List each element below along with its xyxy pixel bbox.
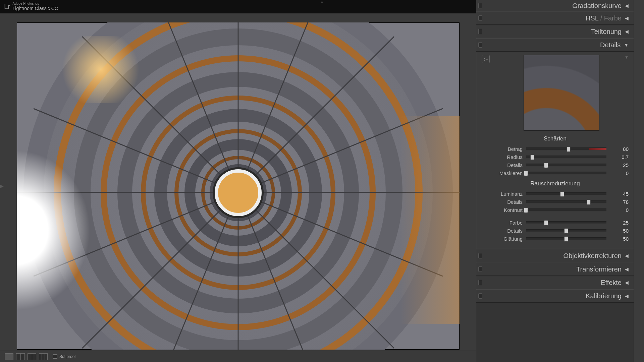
panel-header-tonecurve[interactable]: Gradationskurve ◀ bbox=[476, 0, 634, 11]
slider-label: Maskieren bbox=[482, 170, 526, 176]
detail-target-picker-icon[interactable]: ◎ bbox=[482, 55, 490, 63]
slider-noise-lum-contrast[interactable]: Kontrast 0 bbox=[482, 206, 629, 214]
view-compare-button[interactable] bbox=[16, 353, 25, 360]
slider-value[interactable]: 0 bbox=[606, 207, 629, 213]
softproof-toggle[interactable]: Softproof bbox=[53, 354, 76, 359]
panel-header-lenscorr[interactable]: Objektivkorrekturen ◀ bbox=[476, 249, 634, 262]
panel-switch-icon[interactable] bbox=[478, 15, 482, 21]
slider-track[interactable] bbox=[526, 164, 606, 166]
slider-track[interactable] bbox=[526, 208, 606, 211]
slider-sharpen-detail[interactable]: Details 25 bbox=[482, 161, 629, 169]
panel-switch-icon[interactable] bbox=[478, 3, 482, 8]
develop-sidepanel: Gradationskurve ◀ HSL / Farbe ◀ Teiltonu… bbox=[476, 0, 644, 362]
slider-track[interactable] bbox=[526, 156, 606, 158]
slider-track[interactable] bbox=[526, 172, 606, 174]
app-brand: Lightroom Classic CC bbox=[13, 6, 58, 11]
slider-track[interactable] bbox=[526, 147, 606, 150]
panel-header-calibration[interactable]: Kalibrierung ◀ bbox=[476, 289, 634, 303]
slider-noise-color-detail[interactable]: Details 50 bbox=[482, 227, 629, 235]
panel-switch-icon[interactable] bbox=[478, 266, 482, 272]
disclosure-left-icon[interactable]: ◀ bbox=[625, 293, 629, 299]
slider-noise-luminance[interactable]: Luminanz 45 bbox=[482, 190, 629, 198]
slider-label: Details bbox=[482, 162, 526, 168]
panel-header-details[interactable]: Details ▼ bbox=[476, 38, 634, 52]
slider-label: Kontrast bbox=[482, 207, 526, 213]
hsl-title-post: Farbe bbox=[604, 14, 622, 22]
expand-left-panel-icon[interactable]: ▶ bbox=[0, 181, 3, 191]
view-reference-button[interactable] bbox=[39, 353, 48, 360]
disclosure-left-icon[interactable]: ◀ bbox=[625, 15, 629, 21]
hsl-title-pre: HSL bbox=[586, 14, 598, 22]
panel-header-effects[interactable]: Effekte ◀ bbox=[476, 276, 634, 289]
panel-title: Details bbox=[600, 41, 621, 49]
panel-switch-icon[interactable] bbox=[478, 29, 482, 34]
preview-image[interactable] bbox=[17, 22, 460, 350]
softproof-label: Softproof bbox=[59, 354, 76, 359]
slider-label: Farbe bbox=[482, 220, 526, 226]
slider-value[interactable]: 25 bbox=[606, 162, 629, 168]
slider-value[interactable]: 25 bbox=[606, 220, 629, 226]
disclosure-left-icon[interactable]: ◀ bbox=[625, 253, 629, 258]
panel-switch-icon[interactable] bbox=[478, 280, 482, 285]
view-loupe-button[interactable] bbox=[5, 353, 13, 360]
slider-label: Luminanz bbox=[482, 191, 526, 197]
slider-noise-color[interactable]: Farbe 25 bbox=[482, 219, 629, 227]
panel-header-splittoning[interactable]: Teiltonung ◀ bbox=[476, 25, 634, 38]
slider-value[interactable]: 0,7 bbox=[606, 154, 629, 160]
disclosure-left-icon[interactable]: ◀ bbox=[625, 29, 629, 34]
panel-header-transform[interactable]: Transformieren ◀ bbox=[476, 262, 634, 276]
panel-title: Gradationskurve bbox=[572, 2, 622, 10]
detail-preview-thumb[interactable] bbox=[524, 55, 599, 131]
detail-preview-disclosure-icon[interactable]: ▼ bbox=[625, 55, 629, 60]
panel-switch-icon[interactable] bbox=[478, 293, 482, 299]
disclosure-left-icon[interactable]: ◀ bbox=[625, 266, 629, 272]
app-brand-block: Adobe Photoshop Lightroom Classic CC bbox=[13, 2, 58, 11]
softproof-checkbox-icon[interactable] bbox=[53, 354, 57, 359]
app-brand-small: Adobe Photoshop bbox=[13, 2, 58, 5]
slider-sharpen-mask[interactable]: Maskieren 0 bbox=[482, 169, 629, 177]
slider-value[interactable]: 0 bbox=[606, 170, 629, 176]
slider-track[interactable] bbox=[526, 221, 606, 224]
slider-sharpen-amount[interactable]: Betrag 80 bbox=[482, 145, 629, 153]
panel-title: Effekte bbox=[601, 279, 622, 287]
hsl-title-sep: / bbox=[598, 14, 604, 22]
slider-track[interactable] bbox=[526, 192, 606, 195]
slider-track[interactable] bbox=[526, 237, 606, 240]
bottom-toolbar: Softproof bbox=[0, 351, 476, 362]
group-title-sharpen: Schärfen bbox=[482, 135, 629, 142]
panel-title: Objektivkorrekturen bbox=[564, 252, 622, 260]
disclosure-left-icon[interactable]: ◀ bbox=[625, 280, 629, 285]
disclosure-left-icon[interactable]: ◀ bbox=[625, 3, 629, 8]
panel-title: HSL / Farbe bbox=[586, 14, 622, 22]
slider-label: Details bbox=[482, 199, 526, 205]
panel-title: Kalibrierung bbox=[586, 292, 622, 300]
slider-noise-lum-detail[interactable]: Details 78 bbox=[482, 198, 629, 206]
slider-track[interactable] bbox=[526, 229, 606, 232]
slider-label: Betrag bbox=[482, 146, 526, 152]
slider-value[interactable]: 50 bbox=[606, 236, 629, 242]
slider-value[interactable]: 80 bbox=[606, 146, 629, 152]
slider-sharpen-radius[interactable]: Radius 0,7 bbox=[482, 153, 629, 161]
slider-noise-color-smooth[interactable]: Glättung 50 bbox=[482, 235, 629, 243]
image-stage bbox=[0, 13, 476, 359]
slider-label: Details bbox=[482, 228, 526, 234]
view-survey-button[interactable] bbox=[28, 353, 36, 360]
panel-body-details: ◎ ▼ Schärfen Betrag 80 Radius 0,7 Detail… bbox=[476, 52, 634, 249]
app-logo: Lr bbox=[4, 2, 10, 11]
slider-track[interactable] bbox=[526, 200, 606, 203]
panel-title: Transformieren bbox=[576, 265, 622, 273]
panel-header-hsl[interactable]: HSL / Farbe ◀ bbox=[476, 11, 634, 25]
slider-value[interactable]: 78 bbox=[606, 199, 629, 205]
slider-label: Glättung bbox=[482, 236, 526, 242]
disclosure-down-icon[interactable]: ▼ bbox=[624, 42, 629, 48]
panel-scrollrail[interactable] bbox=[634, 0, 644, 362]
panel-switch-icon[interactable] bbox=[478, 253, 482, 258]
slider-value[interactable]: 45 bbox=[606, 191, 629, 197]
group-title-noise: Rauschreduzierung bbox=[482, 180, 629, 187]
panel-collapse-top-icon[interactable]: ▲ bbox=[320, 0, 324, 3]
panel-switch-icon[interactable] bbox=[478, 42, 482, 48]
slider-label: Radius bbox=[482, 154, 526, 160]
panel-title: Teiltonung bbox=[591, 28, 622, 36]
slider-value[interactable]: 50 bbox=[606, 228, 629, 234]
